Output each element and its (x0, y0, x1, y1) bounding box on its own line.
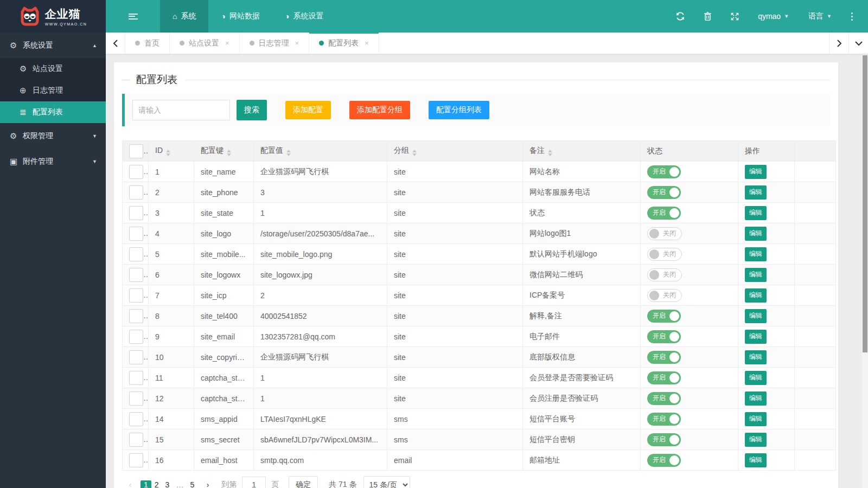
delete-button[interactable]: 删除 (771, 412, 793, 426)
row-checkbox[interactable] (129, 330, 143, 344)
delete-button[interactable]: 删除 (771, 330, 793, 344)
sidebar-section-0[interactable]: ⚙系统设置▲ (0, 33, 106, 58)
vertical-scrollbar[interactable] (862, 55, 868, 488)
edit-button[interactable]: 编辑 (745, 268, 767, 282)
status-toggle[interactable]: 关闭 (647, 227, 682, 240)
row-checkbox[interactable] (129, 453, 143, 467)
status-toggle[interactable]: 开启 (647, 433, 681, 446)
topnav-item-2[interactable]: ◑系统设置 (272, 0, 336, 33)
sidebar-item-0[interactable]: ⚙站点设置 (0, 58, 106, 80)
row-checkbox[interactable] (129, 227, 143, 241)
edit-button[interactable]: 编辑 (745, 206, 767, 220)
status-toggle[interactable]: 关闭 (647, 268, 682, 281)
delete-button[interactable]: 删除 (771, 309, 793, 323)
delete-button[interactable]: 删除 (771, 185, 793, 200)
row-checkbox[interactable] (129, 206, 143, 220)
tab-3[interactable]: 配置列表× (309, 33, 379, 54)
delete-button[interactable]: 删除 (771, 227, 793, 241)
status-toggle[interactable]: 关闭 (647, 248, 682, 261)
topnav-item-1[interactable]: ◑网站数据 (208, 0, 272, 33)
page-number-2[interactable]: 2 (151, 480, 162, 488)
add-config-button[interactable]: 添加配置 (285, 101, 331, 119)
row-checkbox[interactable] (129, 247, 143, 261)
status-toggle[interactable]: 开启 (647, 454, 681, 467)
sort-icon[interactable] (412, 150, 417, 156)
edit-button[interactable]: 编辑 (745, 165, 767, 179)
delete-button[interactable]: 删除 (771, 350, 793, 364)
sidebar-item-1[interactable]: ⊕日志管理 (0, 80, 106, 101)
sort-icon[interactable] (166, 150, 170, 156)
language-menu[interactable]: 语言 ▼ (801, 11, 839, 21)
delete-button[interactable]: 删除 (771, 165, 793, 179)
search-button[interactable]: 搜索 (237, 100, 267, 120)
row-checkbox[interactable] (129, 371, 143, 385)
edit-button[interactable]: 编辑 (745, 412, 767, 426)
close-icon[interactable]: × (225, 39, 229, 47)
refresh-button[interactable] (669, 0, 692, 33)
tabs-scroll-left-button[interactable] (106, 33, 125, 54)
delete-button[interactable]: 删除 (771, 268, 793, 282)
close-icon[interactable]: × (295, 39, 299, 47)
goto-page-input[interactable] (242, 477, 266, 488)
clear-cache-button[interactable] (696, 0, 719, 33)
status-toggle[interactable]: 关闭 (647, 289, 682, 302)
select-all-checkbox[interactable] (129, 144, 143, 158)
row-checkbox[interactable] (129, 268, 143, 282)
status-toggle[interactable]: 开启 (647, 186, 681, 199)
edit-button[interactable]: 编辑 (745, 185, 767, 200)
status-toggle[interactable]: 开启 (647, 413, 681, 426)
edit-button[interactable]: 编辑 (745, 371, 767, 385)
tabs-scroll-right-button[interactable] (829, 33, 848, 54)
sidebar-section-1[interactable]: ⚙权限管理▼ (0, 123, 106, 149)
topnav-item-0[interactable]: ⌂系统 (160, 0, 208, 33)
page-number-1[interactable]: 1 (141, 480, 151, 488)
sort-icon[interactable] (227, 150, 231, 156)
brand-logo[interactable]: 企业猫 WWW.QYMAO.CN (0, 0, 106, 33)
tab-0[interactable]: 首页 (125, 33, 170, 54)
row-checkbox[interactable] (129, 309, 143, 323)
status-toggle[interactable]: 开启 (647, 165, 681, 178)
row-checkbox[interactable] (129, 165, 143, 179)
sort-icon[interactable] (286, 150, 291, 156)
row-checkbox[interactable] (129, 288, 143, 303)
per-page-select[interactable]: 15 条/页 (363, 476, 410, 488)
edit-button[interactable]: 编辑 (745, 288, 767, 303)
edit-button[interactable]: 编辑 (745, 309, 767, 323)
next-page-button[interactable]: › (200, 477, 216, 488)
edit-button[interactable]: 编辑 (745, 227, 767, 241)
edit-button[interactable]: 编辑 (745, 330, 767, 344)
status-toggle[interactable]: 开启 (647, 392, 681, 405)
tabs-menu-button[interactable] (848, 33, 868, 54)
status-toggle[interactable]: 开启 (647, 330, 681, 343)
page-number-3[interactable]: 3 (162, 480, 173, 488)
close-icon[interactable]: × (365, 39, 369, 47)
tab-2[interactable]: 日志管理× (240, 33, 310, 54)
edit-button[interactable]: 编辑 (745, 247, 767, 261)
delete-button[interactable]: 删除 (771, 206, 793, 220)
edit-button[interactable]: 编辑 (745, 433, 767, 447)
delete-button[interactable]: 删除 (771, 433, 793, 447)
status-toggle[interactable]: 开启 (647, 371, 681, 384)
search-input[interactable] (132, 100, 230, 120)
scrollbar-thumb[interactable] (863, 55, 867, 352)
delete-button[interactable]: 删除 (771, 371, 793, 385)
add-config-group-button[interactable]: 添加配置分组 (349, 101, 410, 119)
delete-button[interactable]: 删除 (771, 288, 793, 303)
goto-confirm-button[interactable]: 确定 (289, 476, 318, 488)
delete-button[interactable]: 删除 (771, 247, 793, 261)
row-checkbox[interactable] (129, 350, 143, 364)
row-checkbox[interactable] (129, 433, 143, 447)
edit-button[interactable]: 编辑 (745, 391, 767, 406)
sort-icon[interactable] (548, 150, 552, 156)
more-menu-button[interactable] (844, 12, 860, 21)
status-toggle[interactable]: 开启 (647, 351, 681, 364)
row-checkbox[interactable] (129, 391, 143, 406)
user-menu[interactable]: qymao ▼ (750, 12, 796, 21)
page-number-5[interactable]: 5 (187, 480, 197, 488)
delete-button[interactable]: 删除 (771, 391, 793, 406)
status-toggle[interactable]: 开启 (647, 207, 681, 220)
tab-1[interactable]: 站点设置× (170, 33, 240, 54)
row-checkbox[interactable] (129, 185, 143, 200)
delete-button[interactable]: 删除 (771, 453, 793, 467)
collapse-menu-button[interactable] (106, 0, 160, 33)
